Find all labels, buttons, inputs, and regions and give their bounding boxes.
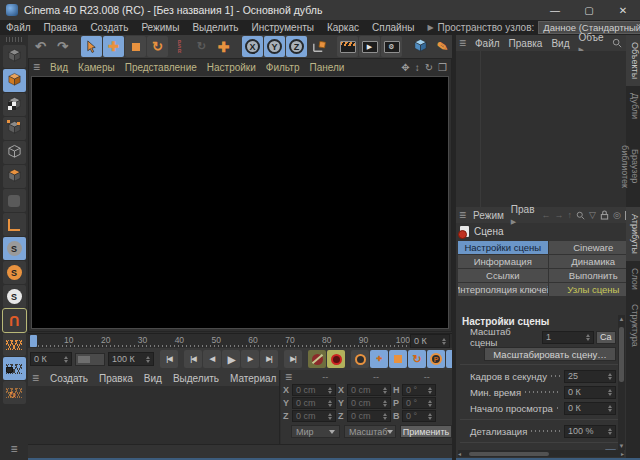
- vp-menu-panel[interactable]: Панели: [309, 62, 344, 73]
- back-arrow-icon[interactable]: ←: [541, 210, 550, 220]
- menu-file[interactable]: Файл: [6, 22, 31, 33]
- current-frame-field[interactable]: 0 К: [410, 334, 450, 348]
- tab-layers[interactable]: Слои: [626, 261, 640, 297]
- solo-hierarchy-button[interactable]: S: [3, 285, 26, 308]
- menu-spline[interactable]: Сплайны: [372, 22, 414, 33]
- min-time-field[interactable]: 0 К: [564, 386, 616, 399]
- scale-z-field[interactable]: 0 cm: [347, 410, 391, 422]
- tab-objects[interactable]: Объекты: [626, 35, 640, 86]
- menu-tools[interactable]: Инструменты: [252, 22, 314, 33]
- object-tree[interactable]: [456, 51, 626, 207]
- keyframe-selection-button[interactable]: [351, 350, 369, 368]
- tab-references[interactable]: Ссылки: [458, 269, 548, 282]
- vp-menu-options[interactable]: Настройки: [207, 62, 256, 73]
- up-arrow-icon[interactable]: ↑: [567, 210, 572, 220]
- goto-start-button[interactable]: |◀: [160, 350, 178, 368]
- autokey-button[interactable]: [327, 350, 345, 368]
- materials-list[interactable]: [28, 386, 279, 444]
- tab-cineware[interactable]: Cineware: [549, 241, 639, 254]
- mat-menu-view[interactable]: Вид: [144, 373, 162, 384]
- primitive-cube-button[interactable]: [410, 36, 431, 57]
- coord-system-button[interactable]: [308, 36, 329, 57]
- vp-menu-display[interactable]: Представление: [125, 62, 197, 73]
- menu-mesh[interactable]: Каркас: [327, 22, 359, 33]
- scale-field[interactable]: 1: [542, 331, 594, 344]
- lock-workplane-button[interactable]: [3, 357, 26, 380]
- z-axis-lock-button[interactable]: Z: [286, 36, 307, 57]
- am-menu-mode[interactable]: Режим: [473, 210, 504, 221]
- move-tool-button[interactable]: ✚: [103, 36, 124, 57]
- coord-mode-dropdown[interactable]: Масштаб: [344, 425, 396, 438]
- last-rotate-button[interactable]: ↻: [191, 36, 212, 57]
- vertical-scrollbar[interactable]: ▲ ▼: [618, 315, 625, 450]
- lock-icon[interactable]: [600, 210, 609, 220]
- vp-menu-filter[interactable]: Фильтр: [266, 62, 300, 73]
- model-mode-button[interactable]: [3, 69, 26, 92]
- vp-menu-view[interactable]: Вид: [50, 62, 68, 73]
- record-position-button[interactable]: ✚: [370, 350, 388, 368]
- uv-mode-button[interactable]: [3, 189, 26, 212]
- timeline-playhead[interactable]: [30, 335, 37, 347]
- expand-arrow-icon[interactable]: ▶: [427, 23, 433, 32]
- vp-rotate-icon[interactable]: ↻: [425, 62, 433, 73]
- scale-x-field[interactable]: 0 cm: [347, 384, 391, 396]
- spline-pen-button[interactable]: ✎: [432, 36, 453, 57]
- render-active-button[interactable]: ▶: [359, 36, 380, 57]
- enable-snap-button[interactable]: U: [3, 309, 26, 332]
- pos-y-field[interactable]: 0 cm: [292, 397, 336, 409]
- mat-menu-edit[interactable]: Правка: [99, 373, 133, 384]
- forward-arrow-icon[interactable]: →: [554, 210, 563, 220]
- mat-menu-create[interactable]: Создать: [50, 373, 88, 384]
- viewport-canvas[interactable]: [31, 76, 449, 329]
- mat-menu-select[interactable]: Выделить: [173, 373, 219, 384]
- target-icon[interactable]: ◎: [613, 210, 621, 220]
- select-tool-button[interactable]: [81, 36, 102, 57]
- next-frame-button[interactable]: ▶: [241, 350, 259, 368]
- materials-menu-icon[interactable]: ≡: [32, 371, 39, 385]
- tab-project-settings[interactable]: Настройки сцены: [458, 241, 548, 254]
- texture-mode-button[interactable]: [3, 93, 26, 116]
- tab-key-interpolation[interactable]: Интерполяция ключей: [458, 283, 548, 296]
- record-scale-button[interactable]: [389, 350, 407, 368]
- search-icon[interactable]: [612, 38, 622, 48]
- minimize-button[interactable]: —: [538, 0, 572, 20]
- tab-attributes[interactable]: Атрибуты: [626, 207, 640, 261]
- apply-button[interactable]: Применить: [400, 425, 452, 438]
- goto-end-button[interactable]: ▶|: [284, 350, 302, 368]
- timeline-ruler[interactable]: 010 2030 4050 6070 8090 100 0 К: [28, 333, 452, 348]
- scale-tool-button[interactable]: [125, 36, 146, 57]
- scale-scene-button[interactable]: Масштабировать сцену…: [484, 347, 616, 361]
- am-menu-icon[interactable]: ≡: [459, 208, 466, 222]
- lod-field[interactable]: 100 %: [564, 425, 616, 438]
- spinner-icon[interactable]: [439, 338, 446, 345]
- am-menu-edit[interactable]: Прав ▶: [511, 204, 535, 226]
- viewport-menu-icon[interactable]: ≡: [33, 60, 40, 74]
- psr-tool-button[interactable]: PSR: [169, 36, 190, 57]
- tab-dynamics[interactable]: Динамика: [549, 255, 639, 268]
- polygons-mode-button[interactable]: [3, 165, 26, 188]
- record-objects-button[interactable]: [308, 350, 326, 368]
- make-editable-button[interactable]: [3, 45, 26, 68]
- record-rotation-button[interactable]: ↻: [408, 350, 426, 368]
- align-workplane-button[interactable]: ↻: [3, 381, 26, 404]
- pos-x-field[interactable]: 0 cm: [292, 384, 336, 396]
- maximize-button[interactable]: ▢: [572, 0, 606, 20]
- om-menu-view[interactable]: Вид: [551, 38, 569, 49]
- rot-p-field[interactable]: 0 °: [402, 397, 436, 409]
- range-start-field[interactable]: 0 К: [30, 352, 72, 366]
- y-axis-lock-button[interactable]: Y: [264, 36, 285, 57]
- palette-menu-icon[interactable]: ≡: [10, 442, 17, 460]
- points-mode-button[interactable]: [3, 117, 26, 140]
- rotate-tool-button[interactable]: ↻: [147, 36, 168, 57]
- preview-start-field[interactable]: 0 К: [564, 402, 616, 415]
- om-menu-edit[interactable]: Правка: [509, 38, 543, 49]
- coord-space-dropdown[interactable]: Мир: [291, 425, 340, 438]
- search-icon[interactable]: [576, 211, 585, 220]
- filter-icon[interactable]: ▽: [589, 210, 596, 220]
- rot-h-field[interactable]: 0 °: [402, 384, 436, 396]
- vp-menu-cameras[interactable]: Камеры: [78, 62, 115, 73]
- vp-pan-icon[interactable]: ✥: [401, 62, 409, 73]
- x-axis-lock-button[interactable]: X: [242, 36, 263, 57]
- om-menu-icon[interactable]: ≡: [459, 36, 466, 50]
- rot-b-field[interactable]: 0 °: [402, 410, 436, 422]
